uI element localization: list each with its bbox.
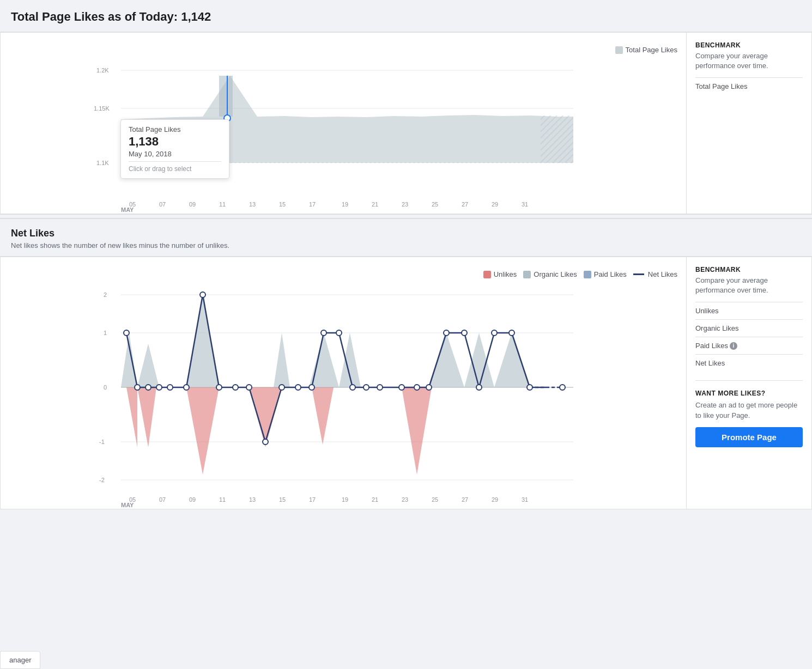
svg-point-88 [350, 385, 355, 390]
svg-marker-65 [274, 333, 290, 387]
svg-marker-69 [464, 333, 494, 387]
svg-text:-1: -1 [99, 439, 105, 445]
legend-net-likes: Net Likes [633, 270, 677, 278]
promote-page-button[interactable]: Promote Page [695, 427, 803, 447]
svg-text:31: 31 [522, 201, 528, 208]
svg-text:11: 11 [219, 201, 226, 208]
svg-marker-58 [312, 387, 334, 445]
svg-point-82 [263, 439, 268, 445]
legend-label-organic: Organic Likes [534, 270, 577, 278]
legend-label-net: Net Likes [648, 270, 677, 278]
svg-point-78 [200, 292, 205, 297]
svg-text:13: 13 [249, 496, 256, 503]
benchmark1-desc: Compare your average performance over ti… [695, 51, 803, 71]
net-likes-chart-area[interactable]: Unlikes Organic Likes Paid Likes Net Lik… [1, 257, 686, 509]
svg-point-72 [124, 330, 129, 336]
svg-point-98 [509, 330, 514, 336]
benchmark1-link-total-page-likes[interactable]: Total Page Likes [695, 77, 803, 95]
svg-marker-70 [494, 333, 530, 387]
svg-rect-22 [219, 76, 233, 117]
svg-text:29: 29 [492, 201, 498, 208]
total-likes-svg[interactable]: 1.2K 1.15K 1.1K 05 07 09 11 13 15 17 19 … [1, 54, 677, 212]
chart2-legend: Unlikes Organic Likes Paid Likes Net Lik… [1, 266, 677, 278]
benchmark2-desc: Compare your average performance over ti… [695, 276, 803, 295]
svg-marker-68 [429, 333, 464, 387]
svg-point-84 [295, 385, 301, 390]
svg-point-96 [476, 385, 482, 390]
net-likes-section: Unlikes Organic Likes Paid Likes Net Lik… [0, 257, 812, 509]
total-likes-section: Total Page Likes 1.2K 1.15K 1.1K 05 07 [0, 32, 812, 214]
benchmark2-link-net-likes[interactable]: Net Likes [695, 354, 803, 372]
svg-text:21: 21 [372, 496, 378, 503]
legend-swatch-unlikes [483, 271, 491, 278]
promote-description: Create an ad to get more people to like … [695, 400, 803, 420]
net-likes-title: Net Likes [11, 228, 801, 239]
svg-point-90 [377, 385, 383, 390]
legend-total-page-likes: Total Page Likes [615, 46, 677, 54]
svg-text:23: 23 [402, 201, 408, 208]
svg-text:1.2K: 1.2K [96, 67, 109, 74]
total-likes-chart-section: Total Page Likes 1.2K 1.15K 1.1K 05 07 [1, 33, 811, 214]
svg-point-85 [309, 385, 314, 390]
svg-point-86 [321, 330, 326, 336]
svg-point-77 [184, 385, 189, 390]
svg-text:23: 23 [402, 496, 408, 503]
benchmark1-title: BENCHMARK [695, 41, 803, 49]
svg-text:31: 31 [522, 496, 528, 503]
svg-marker-55 [186, 387, 219, 475]
svg-text:17: 17 [309, 496, 316, 503]
svg-point-73 [135, 385, 140, 390]
svg-text:09: 09 [189, 201, 196, 208]
benchmark2-link-organic-likes[interactable]: Organic Likes [695, 319, 803, 337]
net-likes-svg[interactable]: 2 1 0 -1 -2 05 07 09 11 13 15 17 19 21 2… [1, 278, 677, 507]
svg-text:1.15K: 1.15K [94, 105, 110, 112]
legend-swatch-total [615, 46, 623, 54]
svg-marker-53 [137, 387, 156, 447]
svg-text:09: 09 [189, 496, 196, 503]
svg-text:25: 25 [432, 496, 438, 503]
benchmark2-title: BENCHMARK [695, 266, 803, 273]
paid-likes-info-icon[interactable]: i [730, 342, 737, 350]
svg-point-91 [399, 385, 404, 390]
legend-swatch-paid [584, 271, 591, 278]
svg-point-94 [444, 330, 449, 336]
net-likes-description: Net likes shows the number of new likes … [11, 241, 801, 250]
legend-unlikes: Unlikes [483, 270, 517, 278]
legend-swatch-organic [523, 271, 531, 278]
svg-text:27: 27 [462, 201, 468, 208]
svg-marker-59 [402, 387, 432, 475]
legend-line-net [633, 273, 644, 275]
total-likes-svg-wrapper[interactable]: 1.2K 1.15K 1.1K 05 07 09 11 13 15 17 19 … [1, 54, 677, 214]
svg-text:15: 15 [279, 496, 286, 503]
net-likes-header: Net Likes Net likes shows the number of … [0, 218, 812, 257]
svg-text:MAY: MAY [121, 206, 134, 212]
svg-text:-2: -2 [99, 477, 105, 483]
svg-point-99 [527, 385, 532, 390]
svg-text:13: 13 [249, 201, 256, 208]
svg-point-74 [146, 385, 151, 390]
svg-marker-60 [121, 333, 137, 387]
svg-point-95 [462, 330, 467, 336]
total-likes-chart-area[interactable]: Total Page Likes 1.2K 1.15K 1.1K 05 07 [1, 33, 686, 214]
svg-text:07: 07 [159, 496, 166, 503]
svg-text:1: 1 [104, 330, 107, 336]
benchmark2-link-paid-likes[interactable]: Paid Likes i [695, 337, 803, 354]
net-likes-svg-wrapper[interactable]: 2 1 0 -1 -2 05 07 09 11 13 15 17 19 21 2… [1, 278, 677, 509]
net-likes-chart-section: Unlikes Organic Likes Paid Likes Net Lik… [1, 257, 811, 509]
promote-title: WANT MORE LIKES? [695, 390, 803, 397]
benchmark2-sidebar: BENCHMARK Compare your average performan… [686, 257, 811, 509]
svg-rect-24 [541, 115, 573, 163]
svg-text:2: 2 [104, 291, 107, 298]
legend-paid-likes: Paid Likes [584, 270, 627, 278]
svg-text:21: 21 [372, 201, 378, 208]
svg-point-83 [279, 385, 284, 390]
svg-point-87 [336, 330, 342, 336]
svg-marker-21 [121, 76, 573, 163]
svg-marker-56 [249, 387, 282, 447]
svg-point-97 [492, 330, 497, 336]
svg-point-81 [246, 385, 252, 390]
svg-point-79 [216, 385, 222, 390]
benchmark2-link-unlikes[interactable]: Unlikes [695, 302, 803, 319]
svg-text:29: 29 [492, 496, 498, 503]
benchmark1-sidebar: BENCHMARK Compare your average performan… [686, 33, 811, 214]
